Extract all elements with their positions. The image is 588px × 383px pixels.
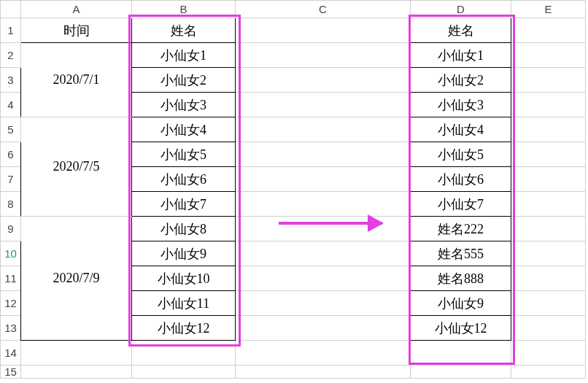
cell-D3[interactable]: 小仙女2	[411, 68, 511, 93]
cell-E5[interactable]	[511, 117, 586, 142]
cell-B10[interactable]: 小仙女9	[132, 241, 236, 266]
cell-D1[interactable]: 姓名	[411, 18, 511, 43]
row-1: 1 时间 姓名 姓名	[1, 18, 586, 43]
cell-B3[interactable]: 小仙女2	[132, 68, 236, 93]
row-14: 14	[1, 341, 586, 365]
col-header-E[interactable]: E	[511, 1, 586, 18]
cell-B12[interactable]: 小仙女11	[132, 291, 236, 316]
cell-D6[interactable]: 小仙女5	[411, 142, 511, 167]
row-header-14[interactable]: 14	[1, 341, 21, 365]
row-15: 15	[1, 365, 586, 379]
column-header-row: A B C D E	[1, 1, 586, 18]
cell-A1[interactable]: 时间	[21, 18, 132, 43]
cell-E1[interactable]	[511, 18, 586, 43]
row-header-11[interactable]: 11	[1, 266, 21, 291]
row-header-3[interactable]: 3	[1, 68, 21, 93]
cell-D15[interactable]	[411, 365, 511, 379]
cell-B5[interactable]: 小仙女4	[132, 117, 236, 142]
cell-D7[interactable]: 小仙女6	[411, 167, 511, 192]
cell-E10[interactable]	[511, 241, 586, 266]
cell-E12[interactable]	[511, 291, 586, 316]
cell-B2[interactable]: 小仙女1	[132, 43, 236, 68]
cell-C8[interactable]	[236, 192, 411, 217]
cell-B14[interactable]	[132, 341, 236, 365]
cell-C4[interactable]	[236, 93, 411, 117]
cell-A2-merged[interactable]: 2020/7/1	[21, 43, 132, 117]
cell-C1[interactable]	[236, 18, 411, 43]
row-header-2[interactable]: 2	[1, 43, 21, 68]
cell-B11[interactable]: 小仙女10	[132, 266, 236, 291]
cell-B7[interactable]: 小仙女6	[132, 167, 236, 192]
cell-E6[interactable]	[511, 142, 586, 167]
spreadsheet[interactable]: A B C D E 1 时间 姓名 姓名 2 2020/7/1 小仙女1 小仙女…	[0, 0, 588, 383]
cell-B8[interactable]: 小仙女7	[132, 192, 236, 217]
cell-B13[interactable]: 小仙女12	[132, 316, 236, 341]
row-5: 5 2020/7/5 小仙女4 小仙女4	[1, 117, 586, 142]
cell-B6[interactable]: 小仙女5	[132, 142, 236, 167]
cell-C6[interactable]	[236, 142, 411, 167]
cell-C9[interactable]	[236, 217, 411, 241]
cell-C2[interactable]	[236, 43, 411, 68]
row-header-9[interactable]: 9	[1, 217, 21, 241]
cell-D13[interactable]: 小仙女12	[411, 316, 511, 341]
cell-C13[interactable]	[236, 316, 411, 341]
cell-A14[interactable]	[21, 341, 132, 365]
cell-C5[interactable]	[236, 117, 411, 142]
cell-E4[interactable]	[511, 93, 586, 117]
row-header-13[interactable]: 13	[1, 316, 21, 341]
row-header-6[interactable]: 6	[1, 142, 21, 167]
cell-D14[interactable]	[411, 341, 511, 365]
row-header-1[interactable]: 1	[1, 18, 21, 43]
col-header-B[interactable]: B	[132, 1, 236, 18]
row-header-15[interactable]: 15	[1, 365, 21, 379]
col-header-C[interactable]: C	[236, 1, 411, 18]
cell-C7[interactable]	[236, 167, 411, 192]
cell-B4[interactable]: 小仙女3	[132, 93, 236, 117]
cell-B9[interactable]: 小仙女8	[132, 217, 236, 241]
cell-E8[interactable]	[511, 192, 586, 217]
cell-E11[interactable]	[511, 266, 586, 291]
cell-C3[interactable]	[236, 68, 411, 93]
row-header-8[interactable]: 8	[1, 192, 21, 217]
cell-E13[interactable]	[511, 316, 586, 341]
cell-E14[interactable]	[511, 341, 586, 365]
cell-E2[interactable]	[511, 43, 586, 68]
cell-D5[interactable]: 小仙女4	[411, 117, 511, 142]
select-all-corner[interactable]	[1, 1, 21, 18]
cell-D9[interactable]: 姓名222	[411, 217, 511, 241]
row-header-4[interactable]: 4	[1, 93, 21, 117]
row-header-7[interactable]: 7	[1, 167, 21, 192]
cell-D11[interactable]: 姓名888	[411, 266, 511, 291]
col-header-A[interactable]: A	[21, 1, 132, 18]
cell-D8[interactable]: 小仙女7	[411, 192, 511, 217]
col-header-D[interactable]: D	[411, 1, 511, 18]
cell-D10[interactable]: 姓名555	[411, 241, 511, 266]
grid-table[interactable]: A B C D E 1 时间 姓名 姓名 2 2020/7/1 小仙女1 小仙女…	[0, 0, 586, 379]
cell-D12[interactable]: 小仙女9	[411, 291, 511, 316]
cell-D2[interactable]: 小仙女1	[411, 43, 511, 68]
cell-C15[interactable]	[236, 365, 411, 379]
row-header-10[interactable]: 10	[1, 241, 21, 266]
cell-E15[interactable]	[511, 365, 586, 379]
cell-C10[interactable]	[236, 241, 411, 266]
cell-E7[interactable]	[511, 167, 586, 192]
cell-C14[interactable]	[236, 341, 411, 365]
cell-A5-merged[interactable]: 2020/7/5	[21, 117, 132, 217]
cell-A15[interactable]	[21, 365, 132, 379]
cell-D4[interactable]: 小仙女3	[411, 93, 511, 117]
cell-B1[interactable]: 姓名	[132, 18, 236, 43]
cell-C11[interactable]	[236, 266, 411, 291]
cell-A9-merged[interactable]: 2020/7/9	[21, 217, 132, 341]
row-header-12[interactable]: 12	[1, 291, 21, 316]
cell-B15[interactable]	[132, 365, 236, 379]
row-9: 9 2020/7/9 小仙女8 姓名222	[1, 217, 586, 241]
row-header-5[interactable]: 5	[1, 117, 21, 142]
cell-E3[interactable]	[511, 68, 586, 93]
cell-C12[interactable]	[236, 291, 411, 316]
cell-E9[interactable]	[511, 217, 586, 241]
row-2: 2 2020/7/1 小仙女1 小仙女1	[1, 43, 586, 68]
